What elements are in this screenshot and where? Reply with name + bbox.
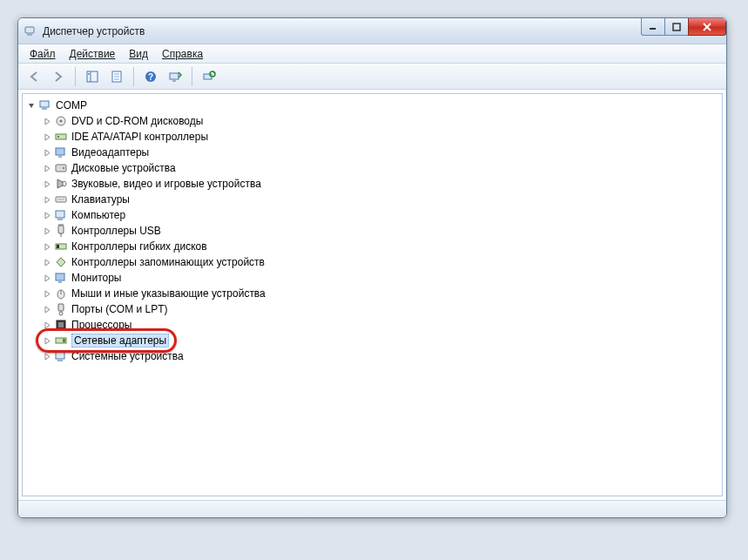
tree-node[interactable]: Системные устройства <box>40 348 720 364</box>
menu-help[interactable]: Справка <box>156 46 209 62</box>
mouse-icon <box>54 287 68 300</box>
show-hide-tree-button[interactable] <box>82 66 103 87</box>
help-button[interactable]: ? <box>140 66 161 87</box>
expand-icon[interactable] <box>42 132 52 142</box>
tree-node[interactable]: DVD и CD-ROM дисководы <box>40 113 720 129</box>
expand-icon[interactable] <box>42 241 52 252</box>
computer-icon <box>54 208 68 222</box>
svg-rect-15 <box>170 73 179 79</box>
device-tree-panel[interactable]: COMP DVD и CD-ROM дисководыIDE ATA/ATAPI… <box>22 93 723 496</box>
menu-action[interactable]: Действие <box>64 46 122 62</box>
app-icon <box>24 24 37 38</box>
keyboard-icon <box>54 192 68 206</box>
expand-icon[interactable] <box>42 163 52 173</box>
tree-node-label: Системные устройства <box>71 350 184 362</box>
expand-icon[interactable] <box>42 320 52 330</box>
svg-point-42 <box>59 312 63 315</box>
tree-node-label: Процессоры <box>71 319 132 331</box>
statusbar <box>18 500 726 517</box>
tree-node-label: Мониторы <box>71 272 121 284</box>
svg-rect-37 <box>56 273 64 280</box>
tree-node-label: Клавиатуры <box>71 193 130 206</box>
svg-rect-3 <box>673 24 680 30</box>
svg-rect-44 <box>58 322 64 327</box>
properties-button[interactable] <box>106 66 127 87</box>
svg-rect-38 <box>58 281 62 283</box>
tree-node[interactable]: Мониторы <box>40 270 720 286</box>
tree-node[interactable]: Сетевые адаптеры <box>40 333 720 348</box>
expand-icon[interactable] <box>42 210 52 220</box>
disc-icon <box>54 114 68 128</box>
svg-text:?: ? <box>148 72 153 82</box>
menu-file[interactable]: Файл <box>24 46 62 62</box>
back-button[interactable] <box>24 66 44 87</box>
floppy-controller-icon <box>54 240 68 253</box>
system-device-icon <box>54 349 68 363</box>
tree-node[interactable]: Контроллеры USB <box>40 223 720 239</box>
tree-node[interactable]: Порты (COM и LPT) <box>40 301 720 317</box>
close-button[interactable] <box>688 18 726 36</box>
svg-rect-19 <box>40 101 49 107</box>
menu-view[interactable]: Вид <box>123 46 154 62</box>
svg-rect-8 <box>88 73 90 75</box>
monitor-icon <box>54 271 68 285</box>
expand-icon[interactable] <box>42 304 52 314</box>
svg-rect-48 <box>57 360 63 361</box>
expand-icon[interactable] <box>42 194 52 205</box>
maximize-button[interactable] <box>664 18 689 36</box>
tree-node-label: COMP <box>56 99 87 111</box>
tree-node[interactable]: Звуковые, видео и игровые устройства <box>40 176 720 192</box>
svg-rect-47 <box>56 352 64 359</box>
svg-rect-27 <box>56 165 66 172</box>
menubar: Файл Действие Вид Справка <box>18 44 726 64</box>
svg-rect-1 <box>27 34 32 36</box>
tree-node[interactable]: Компьютер <box>40 207 720 223</box>
disk-icon <box>54 161 68 175</box>
tree-node[interactable]: Контроллеры гибких дисков <box>40 239 720 254</box>
toolbar-separator <box>75 67 76 86</box>
update-driver-button[interactable] <box>199 66 219 87</box>
tree-node-label: Видеоадаптеры <box>71 146 149 159</box>
tree-node-label: Контроллеры запоминающих устройств <box>71 256 265 268</box>
window-title: Диспетчер устройств <box>43 25 145 37</box>
svg-rect-31 <box>56 211 64 218</box>
tree-node-label: Дисковые устройства <box>71 162 176 174</box>
tree-node-label: Сетевые адаптеры <box>71 334 169 347</box>
expand-icon[interactable] <box>42 288 52 299</box>
usb-icon <box>54 224 68 238</box>
svg-rect-46 <box>63 339 65 342</box>
svg-rect-25 <box>56 148 64 155</box>
expand-icon[interactable] <box>42 116 52 126</box>
expand-icon[interactable] <box>42 147 52 158</box>
collapse-icon[interactable] <box>26 100 37 111</box>
svg-rect-36 <box>57 245 59 248</box>
svg-rect-0 <box>25 27 34 33</box>
expand-icon[interactable] <box>42 351 52 361</box>
tree-node[interactable]: Контроллеры запоминающих устройств <box>40 254 720 270</box>
expand-icon[interactable] <box>42 179 52 189</box>
tree-node[interactable]: IDE ATA/ATAPI контроллеры <box>40 129 720 145</box>
expand-icon[interactable] <box>42 257 52 267</box>
forward-button[interactable] <box>48 66 69 87</box>
tree-node-label: Контроллеры гибких дисков <box>71 240 207 253</box>
minimize-button[interactable] <box>641 18 665 36</box>
expand-icon[interactable] <box>42 273 52 283</box>
tree-node[interactable]: Мыши и иные указывающие устройства <box>40 286 720 301</box>
scan-hardware-button[interactable] <box>165 66 185 87</box>
tree-node-label: IDE ATA/ATAPI контроллеры <box>71 131 208 143</box>
tree-node[interactable]: Дисковые устройства <box>40 160 720 176</box>
expand-icon[interactable] <box>42 335 52 346</box>
window-controls <box>642 18 726 36</box>
svg-rect-6 <box>87 71 98 82</box>
tree-node-label: Компьютер <box>71 209 125 221</box>
tree-node[interactable]: Клавиатуры <box>40 192 720 207</box>
computer-icon <box>38 98 52 112</box>
controller-icon <box>54 130 68 144</box>
tree-root-node[interactable]: COMP <box>24 98 720 113</box>
svg-rect-41 <box>58 304 64 311</box>
svg-point-22 <box>60 120 63 123</box>
expand-icon[interactable] <box>42 226 52 236</box>
svg-rect-24 <box>57 136 59 138</box>
tree-node[interactable]: Видеоадаптеры <box>40 145 720 160</box>
tree-node[interactable]: Процессоры <box>40 317 720 333</box>
